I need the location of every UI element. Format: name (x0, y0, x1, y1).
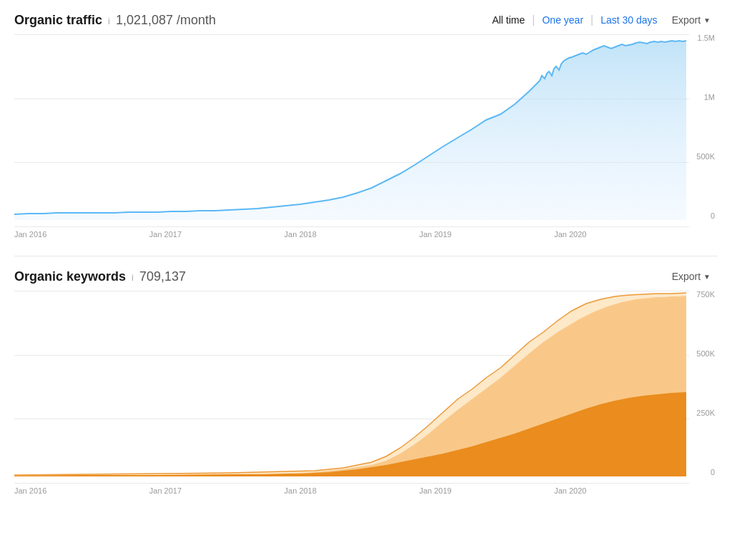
traffic-chart-title: Organic traffic (14, 13, 102, 28)
keywords-x-axis: Jan 2016 Jan 2017 Jan 2018 Jan 2019 Jan … (14, 486, 718, 495)
traffic-chart-header: Organic traffic i 1,021,087 /month All t… (14, 11, 718, 29)
traffic-title-group: Organic traffic i 1,021,087 /month (14, 13, 216, 28)
y-label-15m: 1.5M (696, 34, 715, 42)
keywords-metric-value: 709,137 (139, 269, 186, 284)
keywords-title-group: Organic keywords i 709,137 (14, 269, 186, 284)
last-30-days-button[interactable]: Last 30 days (593, 11, 664, 29)
traffic-chart-svg (14, 34, 711, 220)
keywords-chart-header: Organic keywords i 709,137 Export ▼ (14, 268, 718, 285)
kw-y-label-0: 0 (696, 469, 715, 476)
keywords-export-arrow-icon: ▼ (703, 273, 711, 281)
keywords-export-button[interactable]: Export ▼ (665, 268, 718, 285)
kw-y-label-750k: 750K (696, 291, 715, 299)
x-label-2020: Jan 2020 (554, 230, 586, 239)
x-label-2018: Jan 2018 (285, 230, 317, 239)
kw-y-label-250k: 250K (696, 409, 715, 417)
traffic-chart-controls: All time | One year | Last 30 days Expor… (485, 11, 718, 29)
traffic-export-button[interactable]: Export ▼ (665, 11, 718, 29)
x-label-2017: Jan 2017 (149, 230, 182, 239)
traffic-metric-value: 1,021,087 /month (116, 13, 216, 28)
kw-x-label-2017: Jan 2017 (149, 486, 182, 495)
all-time-button[interactable]: All time (485, 11, 532, 29)
x-label-2019: Jan 2019 (419, 230, 451, 239)
keywords-chart-title: Organic keywords (14, 269, 126, 284)
kw-y-label-500k: 500K (696, 350, 715, 358)
traffic-info-icon[interactable]: i (108, 16, 110, 26)
traffic-x-axis: Jan 2016 Jan 2017 Jan 2018 Jan 2019 Jan … (14, 230, 718, 239)
kw-x-label-2020: Jan 2020 (554, 486, 586, 495)
time-filter-group: All time | One year | Last 30 days (485, 11, 664, 29)
keywords-y-axis: 750K 500K 250K 0 (696, 291, 718, 476)
y-label-1m: 1M (696, 94, 715, 101)
organic-keywords-section: Organic keywords i 709,137 Export ▼ (14, 268, 718, 495)
organic-traffic-section: Organic traffic i 1,021,087 /month All t… (14, 11, 718, 239)
one-year-button[interactable]: One year (535, 11, 590, 29)
section-divider (14, 256, 718, 256)
traffic-y-axis: 1.5M 1M 500K 0 (696, 34, 718, 220)
traffic-chart-area: 1.5M 1M 500K 0 (14, 34, 718, 227)
export-arrow-icon: ▼ (703, 16, 711, 24)
x-label-2016: Jan 2016 (14, 230, 46, 239)
kw-x-label-2016: Jan 2016 (14, 486, 46, 495)
y-label-0: 0 (696, 212, 715, 220)
keywords-chart-svg (14, 291, 711, 476)
y-label-500k: 500K (696, 153, 715, 161)
keywords-info-icon[interactable]: i (132, 272, 134, 283)
kw-x-label-2019: Jan 2019 (419, 486, 451, 495)
keywords-chart-area: 750K 500K 250K 0 (14, 291, 718, 484)
kw-x-label-2018: Jan 2018 (285, 486, 317, 495)
